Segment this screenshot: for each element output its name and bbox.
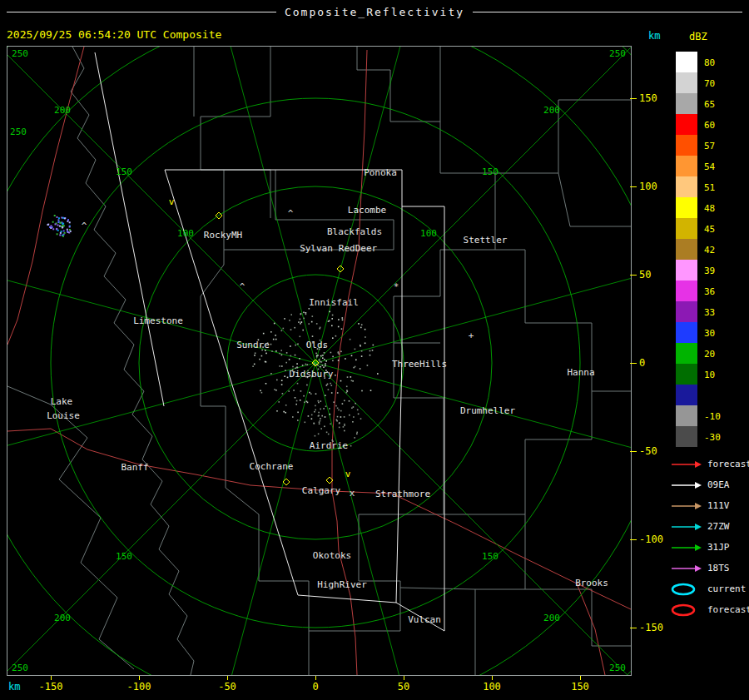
colorbar-swatch (676, 280, 697, 301)
legend-arrow-icon (671, 458, 702, 471)
legend-label: 111V (707, 500, 730, 511)
legend-row: 31JP (671, 537, 749, 558)
map-canvas (7, 47, 631, 675)
legend-label: 27ZW (707, 521, 730, 532)
colorbar-row: -30 (676, 426, 749, 447)
colorbar: 80706560575451484542393633302010-10-30 (676, 52, 749, 447)
title-rule-right (473, 12, 742, 12)
legend-label: forecast (707, 604, 749, 615)
bottom-axis-tick (580, 676, 581, 680)
colorbar-swatch (676, 72, 697, 93)
colorbar-value: 57 (704, 140, 715, 151)
colorbar-swatch (676, 301, 697, 322)
azimuth-line-225 (7, 363, 315, 675)
colorbar-row: 33 (676, 301, 749, 322)
colorbar-row: 36 (676, 280, 749, 301)
window-title: Composite_Reflectivity (285, 6, 464, 18)
azimuth-line-195 (146, 363, 315, 675)
legend-row: 18TS (671, 558, 749, 578)
legend-row: 27ZW (671, 516, 749, 537)
right-axis-label: -150 (639, 622, 663, 633)
legend-arrow-icon (671, 562, 702, 575)
km-unit-bottom: km (8, 681, 20, 693)
colorbar-swatch (676, 197, 697, 218)
colorbar-swatch (676, 176, 697, 197)
colorbar-row: 42 (676, 239, 749, 260)
bottom-axis-label: -100 (127, 681, 151, 693)
colorbar-value: 48 (704, 202, 715, 213)
colorbar-swatch (676, 135, 697, 156)
bottom-axis-label: 100 (483, 681, 501, 693)
azimuth-line-45 (315, 47, 631, 363)
azimuth-line-345 (146, 47, 315, 363)
bottom-axis-tick (315, 676, 316, 680)
legend-label: forecast (707, 459, 749, 469)
bottom-axis-tick (51, 676, 52, 680)
bottom-axis-tick (227, 676, 228, 680)
colorbar-row: 30 (676, 322, 749, 343)
legend-ellipse-icon (671, 583, 702, 596)
km-unit-top: km (648, 30, 660, 42)
bottom-axis-label: 50 (398, 681, 409, 693)
legend-label: current (707, 583, 746, 594)
colorbar-value: 10 (704, 369, 715, 380)
legend-label: 09EA (707, 479, 730, 490)
colorbar-row: 80 (676, 52, 749, 72)
colorbar-row: 57 (676, 135, 749, 156)
legend-label: 31JP (707, 542, 730, 553)
colorbar-row: 70 (676, 72, 749, 93)
radar-map: PonokaLacombeBlackfaldsSylvanRedDeerRock… (7, 46, 632, 676)
colorbar-value: 70 (704, 77, 715, 88)
azimuth-line-15 (315, 47, 485, 363)
title-bar: Composite_Reflectivity (0, 0, 749, 23)
colorbar-row: 10 (676, 364, 749, 385)
bottom-axis-label: 0 (312, 681, 318, 693)
colorbar-swatch (676, 93, 697, 114)
right-axis-label: -100 (639, 534, 663, 545)
azimuth-line-255 (7, 363, 315, 533)
colorbar-row: -10 (676, 405, 749, 426)
colorbar-value: 65 (704, 98, 715, 109)
colorbar-title: dBZ (689, 31, 707, 42)
colorbar-value: 45 (704, 223, 715, 234)
colorbar-swatch (676, 426, 697, 447)
coverage-sector-outline (95, 52, 444, 631)
colorbar-row: 54 (676, 156, 749, 176)
colorbar-value: 54 (704, 161, 715, 171)
colorbar-swatch (676, 405, 697, 426)
colorbar-value: 80 (704, 57, 715, 67)
colorbar-value: 42 (704, 244, 715, 255)
colorbar-value: 36 (704, 285, 715, 296)
colorbar-swatch (676, 156, 697, 176)
colorbar-value: -10 (704, 410, 721, 421)
radar-site-markers (216, 212, 344, 485)
legend-ellipse-icon (671, 603, 702, 617)
legend-row: 111V (671, 495, 749, 516)
colorbar-row: 39 (676, 260, 749, 280)
colorbar-row: 51 (676, 176, 749, 197)
colorbar-value: 39 (704, 265, 715, 276)
colorbar-swatch (676, 343, 697, 364)
radar-app: Composite_Reflectivity 2025/09/25 06:54:… (0, 0, 749, 700)
legend-arrow-icon (671, 541, 702, 554)
colorbar-swatch (676, 364, 697, 385)
legend-arrow-icon (671, 520, 702, 534)
colorbar-row (676, 385, 749, 405)
colorbar-row: 48 (676, 197, 749, 218)
colorbar-swatch (676, 260, 697, 280)
colorbar-row: 20 (676, 343, 749, 364)
colorbar-swatch (676, 385, 697, 405)
colorbar-row: 65 (676, 93, 749, 114)
bottom-axis-label: -50 (218, 681, 236, 693)
right-axis-label: 50 (639, 269, 651, 280)
bottom-axis-tick (492, 676, 493, 680)
bottom-axis-tick (404, 676, 404, 680)
colorbar-value: 51 (704, 181, 715, 192)
colorbar-swatch (676, 239, 697, 260)
bottom-axis-label: -150 (39, 681, 63, 693)
colorbar-swatch (676, 52, 697, 72)
legend-row: forecast (671, 599, 749, 620)
bottom-axis-label: 150 (571, 681, 589, 693)
title-rule-left (7, 12, 276, 12)
right-axis-label: 150 (639, 92, 657, 104)
